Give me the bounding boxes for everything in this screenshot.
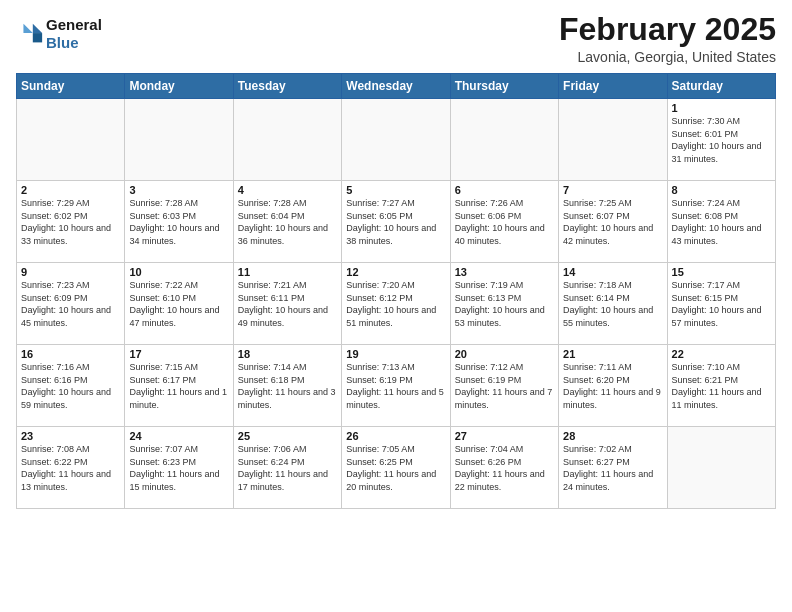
calendar-cell-w5-d4: 26Sunrise: 7:05 AM Sunset: 6:25 PM Dayli… — [342, 427, 450, 509]
calendar-cell-w1-d4 — [342, 99, 450, 181]
calendar-header-row: Sunday Monday Tuesday Wednesday Thursday… — [17, 74, 776, 99]
day-info: Sunrise: 7:22 AM Sunset: 6:10 PM Dayligh… — [129, 279, 228, 329]
calendar-cell-w1-d6 — [559, 99, 667, 181]
svg-marker-0 — [33, 24, 42, 33]
calendar-cell-w2-d3: 4Sunrise: 7:28 AM Sunset: 6:04 PM Daylig… — [233, 181, 341, 263]
calendar-cell-w3-d3: 11Sunrise: 7:21 AM Sunset: 6:11 PM Dayli… — [233, 263, 341, 345]
calendar-cell-w2-d7: 8Sunrise: 7:24 AM Sunset: 6:08 PM Daylig… — [667, 181, 775, 263]
day-number: 10 — [129, 266, 228, 278]
calendar-cell-w4-d6: 21Sunrise: 7:11 AM Sunset: 6:20 PM Dayli… — [559, 345, 667, 427]
calendar-cell-w2-d2: 3Sunrise: 7:28 AM Sunset: 6:03 PM Daylig… — [125, 181, 233, 263]
day-info: Sunrise: 7:25 AM Sunset: 6:07 PM Dayligh… — [563, 197, 662, 247]
day-info: Sunrise: 7:07 AM Sunset: 6:23 PM Dayligh… — [129, 443, 228, 493]
day-number: 18 — [238, 348, 337, 360]
day-info: Sunrise: 7:11 AM Sunset: 6:20 PM Dayligh… — [563, 361, 662, 411]
day-number: 2 — [21, 184, 120, 196]
day-info: Sunrise: 7:19 AM Sunset: 6:13 PM Dayligh… — [455, 279, 554, 329]
calendar-cell-w2-d5: 6Sunrise: 7:26 AM Sunset: 6:06 PM Daylig… — [450, 181, 558, 263]
calendar-cell-w5-d1: 23Sunrise: 7:08 AM Sunset: 6:22 PM Dayli… — [17, 427, 125, 509]
day-info: Sunrise: 7:26 AM Sunset: 6:06 PM Dayligh… — [455, 197, 554, 247]
calendar-cell-w2-d4: 5Sunrise: 7:27 AM Sunset: 6:05 PM Daylig… — [342, 181, 450, 263]
calendar-cell-w1-d2 — [125, 99, 233, 181]
day-info: Sunrise: 7:23 AM Sunset: 6:09 PM Dayligh… — [21, 279, 120, 329]
day-number: 14 — [563, 266, 662, 278]
calendar-cell-w3-d5: 13Sunrise: 7:19 AM Sunset: 6:13 PM Dayli… — [450, 263, 558, 345]
calendar-cell-w3-d4: 12Sunrise: 7:20 AM Sunset: 6:12 PM Dayli… — [342, 263, 450, 345]
logo-line1: General — [46, 16, 102, 34]
calendar-cell-w2-d6: 7Sunrise: 7:25 AM Sunset: 6:07 PM Daylig… — [559, 181, 667, 263]
day-info: Sunrise: 7:16 AM Sunset: 6:16 PM Dayligh… — [21, 361, 120, 411]
day-info: Sunrise: 7:29 AM Sunset: 6:02 PM Dayligh… — [21, 197, 120, 247]
col-tuesday: Tuesday — [233, 74, 341, 99]
calendar-cell-w5-d5: 27Sunrise: 7:04 AM Sunset: 6:26 PM Dayli… — [450, 427, 558, 509]
calendar-cell-w4-d5: 20Sunrise: 7:12 AM Sunset: 6:19 PM Dayli… — [450, 345, 558, 427]
calendar-week-1: 1Sunrise: 7:30 AM Sunset: 6:01 PM Daylig… — [17, 99, 776, 181]
day-info: Sunrise: 7:24 AM Sunset: 6:08 PM Dayligh… — [672, 197, 771, 247]
calendar-cell-w1-d3 — [233, 99, 341, 181]
day-info: Sunrise: 7:17 AM Sunset: 6:15 PM Dayligh… — [672, 279, 771, 329]
day-info: Sunrise: 7:27 AM Sunset: 6:05 PM Dayligh… — [346, 197, 445, 247]
day-number: 1 — [672, 102, 771, 114]
calendar-cell-w4-d7: 22Sunrise: 7:10 AM Sunset: 6:21 PM Dayli… — [667, 345, 775, 427]
day-info: Sunrise: 7:13 AM Sunset: 6:19 PM Dayligh… — [346, 361, 445, 411]
day-number: 19 — [346, 348, 445, 360]
logo-icon — [16, 20, 44, 48]
logo: General Blue — [16, 16, 102, 52]
calendar-table: Sunday Monday Tuesday Wednesday Thursday… — [16, 73, 776, 509]
day-number: 16 — [21, 348, 120, 360]
day-info: Sunrise: 7:28 AM Sunset: 6:03 PM Dayligh… — [129, 197, 228, 247]
month-title: February 2025 — [559, 12, 776, 47]
day-number: 20 — [455, 348, 554, 360]
calendar-week-4: 16Sunrise: 7:16 AM Sunset: 6:16 PM Dayli… — [17, 345, 776, 427]
day-info: Sunrise: 7:02 AM Sunset: 6:27 PM Dayligh… — [563, 443, 662, 493]
day-number: 11 — [238, 266, 337, 278]
day-info: Sunrise: 7:06 AM Sunset: 6:24 PM Dayligh… — [238, 443, 337, 493]
col-wednesday: Wednesday — [342, 74, 450, 99]
day-info: Sunrise: 7:18 AM Sunset: 6:14 PM Dayligh… — [563, 279, 662, 329]
col-thursday: Thursday — [450, 74, 558, 99]
day-number: 7 — [563, 184, 662, 196]
calendar-cell-w3-d6: 14Sunrise: 7:18 AM Sunset: 6:14 PM Dayli… — [559, 263, 667, 345]
day-info: Sunrise: 7:12 AM Sunset: 6:19 PM Dayligh… — [455, 361, 554, 411]
day-number: 12 — [346, 266, 445, 278]
day-number: 9 — [21, 266, 120, 278]
calendar-cell-w5-d3: 25Sunrise: 7:06 AM Sunset: 6:24 PM Dayli… — [233, 427, 341, 509]
calendar-cell-w5-d2: 24Sunrise: 7:07 AM Sunset: 6:23 PM Dayli… — [125, 427, 233, 509]
day-number: 22 — [672, 348, 771, 360]
day-info: Sunrise: 7:30 AM Sunset: 6:01 PM Dayligh… — [672, 115, 771, 165]
calendar-cell-w3-d7: 15Sunrise: 7:17 AM Sunset: 6:15 PM Dayli… — [667, 263, 775, 345]
calendar-cell-w1-d7: 1Sunrise: 7:30 AM Sunset: 6:01 PM Daylig… — [667, 99, 775, 181]
day-info: Sunrise: 7:08 AM Sunset: 6:22 PM Dayligh… — [21, 443, 120, 493]
day-number: 17 — [129, 348, 228, 360]
day-number: 8 — [672, 184, 771, 196]
day-number: 25 — [238, 430, 337, 442]
day-info: Sunrise: 7:28 AM Sunset: 6:04 PM Dayligh… — [238, 197, 337, 247]
calendar-cell-w4-d4: 19Sunrise: 7:13 AM Sunset: 6:19 PM Dayli… — [342, 345, 450, 427]
day-number: 21 — [563, 348, 662, 360]
day-info: Sunrise: 7:10 AM Sunset: 6:21 PM Dayligh… — [672, 361, 771, 411]
day-number: 15 — [672, 266, 771, 278]
calendar-cell-w3-d1: 9Sunrise: 7:23 AM Sunset: 6:09 PM Daylig… — [17, 263, 125, 345]
svg-marker-1 — [33, 33, 42, 42]
title-block: February 2025 Lavonia, Georgia, United S… — [559, 12, 776, 65]
day-info: Sunrise: 7:14 AM Sunset: 6:18 PM Dayligh… — [238, 361, 337, 411]
page: General Blue February 2025 Lavonia, Geor… — [0, 0, 792, 612]
day-number: 3 — [129, 184, 228, 196]
day-number: 6 — [455, 184, 554, 196]
day-number: 28 — [563, 430, 662, 442]
calendar-week-5: 23Sunrise: 7:08 AM Sunset: 6:22 PM Dayli… — [17, 427, 776, 509]
calendar-cell-w5-d6: 28Sunrise: 7:02 AM Sunset: 6:27 PM Dayli… — [559, 427, 667, 509]
svg-marker-2 — [23, 24, 32, 33]
col-sunday: Sunday — [17, 74, 125, 99]
calendar-cell-w3-d2: 10Sunrise: 7:22 AM Sunset: 6:10 PM Dayli… — [125, 263, 233, 345]
day-number: 5 — [346, 184, 445, 196]
calendar-week-3: 9Sunrise: 7:23 AM Sunset: 6:09 PM Daylig… — [17, 263, 776, 345]
day-number: 26 — [346, 430, 445, 442]
calendar-cell-w2-d1: 2Sunrise: 7:29 AM Sunset: 6:02 PM Daylig… — [17, 181, 125, 263]
location: Lavonia, Georgia, United States — [559, 49, 776, 65]
calendar-cell-w4-d3: 18Sunrise: 7:14 AM Sunset: 6:18 PM Dayli… — [233, 345, 341, 427]
day-info: Sunrise: 7:05 AM Sunset: 6:25 PM Dayligh… — [346, 443, 445, 493]
day-number: 4 — [238, 184, 337, 196]
day-number: 13 — [455, 266, 554, 278]
day-number: 27 — [455, 430, 554, 442]
